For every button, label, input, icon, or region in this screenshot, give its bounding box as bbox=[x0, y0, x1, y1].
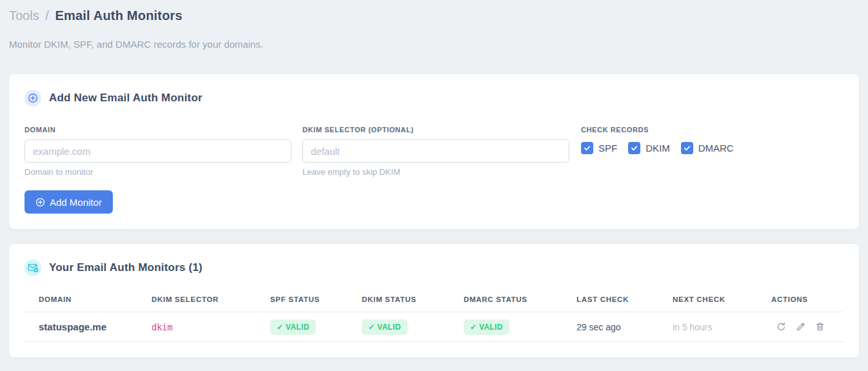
dkim-selector-field-label: DKIM SELECTOR (OPTIONAL) bbox=[302, 126, 569, 134]
dkim-selector-field-group: DKIM SELECTOR (OPTIONAL) Leave empty to … bbox=[302, 126, 569, 177]
add-monitor-card-header: Add New Email Auth Monitor bbox=[25, 90, 843, 106]
dmarc-checkbox-label: DMARC bbox=[698, 143, 734, 154]
check-icon bbox=[684, 145, 691, 152]
dkim-selector-input[interactable] bbox=[302, 139, 569, 163]
column-header-domain: DOMAIN bbox=[39, 296, 152, 303]
table-row: statuspage.me dkim ✓ VALID ✓ VALID ✓ VAL… bbox=[25, 312, 843, 342]
refresh-icon bbox=[776, 322, 786, 332]
monitor-next-check: in 5 hours bbox=[673, 322, 771, 332]
refresh-button[interactable] bbox=[776, 322, 786, 332]
dkim-status-cell: ✓ VALID bbox=[362, 319, 464, 335]
column-header-dkim-selector: DKIM SELECTOR bbox=[152, 296, 270, 303]
spf-status-badge: ✓ VALID bbox=[270, 319, 316, 335]
monitors-card: Your Email Auth Monitors (1) DOMAIN DKIM… bbox=[9, 244, 859, 357]
breadcrumb-tools-link[interactable]: Tools bbox=[9, 8, 39, 23]
monitors-card-title: Your Email Auth Monitors (1) bbox=[49, 261, 202, 274]
dmarc-checkbox[interactable] bbox=[681, 142, 693, 154]
plus-circle-icon bbox=[35, 197, 45, 207]
page-subtitle: Monitor DKIM, SPF, and DMARC records for… bbox=[9, 39, 859, 50]
monitors-table: DOMAIN DKIM SELECTOR SPF STATUS DKIM STA… bbox=[25, 296, 843, 342]
dkim-checkbox-label: DKIM bbox=[646, 143, 670, 154]
domain-field-hint: Domain to monitor bbox=[25, 167, 291, 177]
dkim-status-badge: ✓ VALID bbox=[362, 319, 408, 335]
delete-button[interactable] bbox=[815, 322, 825, 332]
edit-button[interactable] bbox=[796, 322, 805, 332]
check-records-label: CHECK RECORDS bbox=[581, 126, 734, 134]
monitors-card-header: Your Email Auth Monitors (1) bbox=[25, 259, 843, 276]
dkim-selector-field-hint: Leave empty to skip DKIM bbox=[302, 167, 569, 177]
dmarc-status-badge: ✓ VALID bbox=[464, 319, 509, 335]
spf-status-cell: ✓ VALID bbox=[270, 319, 362, 335]
column-header-last-check: LAST CHECK bbox=[577, 296, 673, 303]
breadcrumb: Tools / Email Auth Monitors bbox=[9, 8, 859, 23]
check-icon bbox=[631, 145, 638, 152]
dkim-checkbox-group: DKIM bbox=[628, 142, 670, 154]
spf-checkbox[interactable] bbox=[581, 142, 593, 154]
add-monitor-button[interactable]: Add Monitor bbox=[25, 190, 113, 214]
domain-field-group: DOMAIN Domain to monitor bbox=[25, 126, 291, 177]
dmarc-status-cell: ✓ VALID bbox=[464, 319, 577, 335]
column-header-dmarc-status: DMARC STATUS bbox=[464, 296, 577, 303]
plus-circle-icon bbox=[25, 90, 41, 106]
page-title: Email Auth Monitors bbox=[55, 8, 182, 23]
add-monitor-card: Add New Email Auth Monitor DOMAIN Domain… bbox=[9, 74, 859, 229]
breadcrumb-separator: / bbox=[45, 8, 49, 23]
monitor-last-check: 29 sec ago bbox=[577, 322, 673, 332]
pencil-icon bbox=[796, 322, 805, 332]
trash-icon bbox=[815, 322, 825, 332]
spf-checkbox-label: SPF bbox=[598, 143, 617, 154]
add-monitor-card-title: Add New Email Auth Monitor bbox=[49, 92, 202, 105]
add-monitor-button-label: Add Monitor bbox=[50, 197, 102, 208]
page-header: Tools / Email Auth Monitors Monitor DKIM… bbox=[0, 0, 868, 50]
monitors-table-header: DOMAIN DKIM SELECTOR SPF STATUS DKIM STA… bbox=[25, 296, 843, 312]
check-icon bbox=[584, 145, 591, 152]
domain-input[interactable] bbox=[25, 139, 291, 163]
dkim-checkbox[interactable] bbox=[628, 142, 640, 154]
spf-checkbox-group: SPF bbox=[581, 142, 617, 154]
add-monitor-form: DOMAIN Domain to monitor DKIM SELECTOR (… bbox=[25, 126, 843, 177]
row-actions bbox=[771, 322, 829, 332]
column-header-next-check: NEXT CHECK bbox=[673, 296, 771, 303]
envelope-check-icon bbox=[25, 259, 41, 276]
column-header-dkim-status: DKIM STATUS bbox=[362, 296, 464, 303]
column-header-spf-status: SPF STATUS bbox=[270, 296, 362, 303]
column-header-actions: ACTIONS bbox=[771, 296, 829, 303]
check-records-checkboxes: SPF DKIM DMARC bbox=[581, 142, 734, 154]
dmarc-checkbox-group: DMARC bbox=[681, 142, 734, 154]
check-records-group: CHECK RECORDS SPF DK bbox=[581, 126, 734, 154]
monitor-dkim-selector: dkim bbox=[152, 322, 270, 332]
monitor-domain: statuspage.me bbox=[39, 321, 152, 332]
domain-field-label: DOMAIN bbox=[25, 126, 291, 134]
